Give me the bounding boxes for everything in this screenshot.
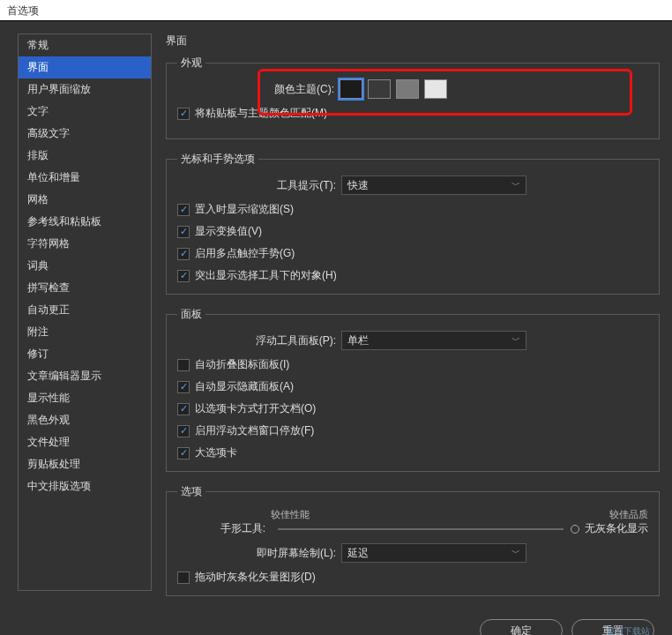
highlight-label: 突出显示选择工具下的对象(H) [195,268,337,283]
panels-group: 面板 浮动工具面板(P): 单栏 ﹀ 自动折叠图标面板(I) 自动显示隐藏面板(… [166,307,660,472]
live-draw-value: 延迟 [347,546,369,561]
match-pasteboard-checkbox[interactable] [177,108,190,120]
watermark: 极羽下载站 www.xz7.com [606,625,660,635]
slider-left-label: 较佳性能 [271,508,310,521]
sidebar-item[interactable]: 高级文字 [19,123,151,145]
sidebar-item[interactable]: 词典 [19,255,151,277]
thumbnail-checkbox[interactable] [177,204,190,216]
sidebar-item[interactable]: 单位和增量 [19,167,151,189]
live-draw-select[interactable]: 延迟 ﹀ [341,543,526,563]
sidebar-item[interactable]: 文字 [19,101,151,123]
thumbnail-label: 置入时显示缩览图(S) [195,202,294,217]
multitouch-checkbox[interactable] [177,248,190,260]
autoshow-label: 自动显示隐藏面板(A) [195,379,294,394]
page-title: 界面 [166,34,660,49]
color-swatch[interactable] [368,79,391,99]
sidebar-item[interactable]: 参考线和粘贴板 [19,211,151,233]
main-panel: 界面 外观 颜色主题(C): 将粘贴板与主题颜色匹配(M) 光标和手势选项 工具… [166,34,660,609]
sidebar-item[interactable]: 文件处理 [19,431,151,453]
sidebar-item[interactable]: 文章编辑器显示 [19,365,151,387]
appearance-legend: 外观 [177,56,205,71]
autoshow-checkbox[interactable] [177,381,190,393]
tooltip-label: 工具提示(T): [177,178,336,193]
no-greek-label: 无灰条化显示 [585,521,648,536]
sidebar-item[interactable]: 排版 [19,145,151,167]
tabs-checkbox[interactable] [177,403,190,415]
live-draw-label: 即时屏幕绘制(L): [177,546,336,561]
sidebar-item[interactable]: 常规 [19,34,151,56]
sidebar-item[interactable]: 附注 [19,321,151,343]
ok-button[interactable]: 确定 [480,619,563,635]
slider-thumb[interactable] [571,525,579,534]
appearance-group: 外观 颜色主题(C): 将粘贴板与主题颜色匹配(M) [166,56,660,139]
window-title: 首选项 [7,4,39,17]
greek-vector-label: 拖动时灰条化矢量图形(D) [195,570,316,585]
autocollapse-label: 自动折叠图标面板(I) [195,357,289,372]
tooltip-value: 快速 [347,178,369,193]
color-swatch[interactable] [340,79,362,99]
options-group: 选项 手形工具: 较佳性能 较佳品质 无灰条化显示 [166,484,660,596]
sidebar-item[interactable]: 剪贴板处理 [19,453,151,475]
chevron-down-icon: ﹀ [511,547,520,559]
chevron-down-icon: ﹀ [511,334,520,347]
color-swatch[interactable] [424,79,447,99]
transform-checkbox[interactable] [177,226,190,238]
bigtabs-checkbox[interactable] [177,447,190,459]
chevron-down-icon: ﹀ [511,179,520,191]
hand-tool-label: 手形工具: [177,521,265,536]
match-pasteboard-label: 将粘贴板与主题颜色匹配(M) [195,106,327,121]
panels-legend: 面板 [177,307,205,322]
performance-slider[interactable] [278,528,564,530]
sidebar-item[interactable]: 界面 [19,56,151,78]
sidebar-item[interactable]: 修订 [19,343,151,365]
sidebar-item[interactable]: 中文排版选项 [19,475,151,497]
tooltip-select[interactable]: 快速 ﹀ [341,176,526,195]
sidebar-item[interactable]: 自动更正 [19,299,151,321]
transform-label: 显示变换值(V) [195,224,262,239]
float-panel-select[interactable]: 单栏 ﹀ [341,331,526,350]
color-theme-swatches [340,79,447,99]
float-panel-value: 单栏 [347,333,369,348]
sidebar-item[interactable]: 拼写检查 [19,277,151,299]
sidebar-item[interactable]: 显示性能 [19,387,151,409]
color-theme-label: 颜色主题(C): [274,82,334,97]
sidebar-item[interactable]: 黑色外观 [19,409,151,431]
bigtabs-label: 大选项卡 [195,445,237,460]
category-sidebar: 常规界面用户界面缩放文字高级文字排版单位和增量网格参考线和粘贴板字符网格词典拼写… [18,34,152,591]
sidebar-item[interactable]: 用户界面缩放 [19,78,151,101]
float-panel-label: 浮动工具面板(P): [177,333,336,348]
options-legend: 选项 [177,484,205,499]
dock-label: 启用浮动文档窗口停放(F) [195,423,314,438]
cursor-group: 光标和手势选项 工具提示(T): 快速 ﹀ 置入时显示缩览图(S) 显示变换值(… [166,152,660,295]
window-titlebar: 首选项 [0,0,672,21]
multitouch-label: 启用多点触控手势(G) [195,246,295,261]
cursor-legend: 光标和手势选项 [177,152,258,167]
dock-checkbox[interactable] [177,425,190,437]
sidebar-item[interactable]: 网格 [19,189,151,211]
color-swatch[interactable] [396,79,419,99]
highlight-checkbox[interactable] [177,270,190,282]
autocollapse-checkbox[interactable] [177,359,190,371]
sidebar-item[interactable]: 字符网格 [19,233,151,255]
greek-vector-checkbox[interactable] [177,572,190,584]
slider-right-label: 较佳品质 [609,508,648,521]
tabs-label: 以选项卡方式打开文档(O) [195,401,316,416]
